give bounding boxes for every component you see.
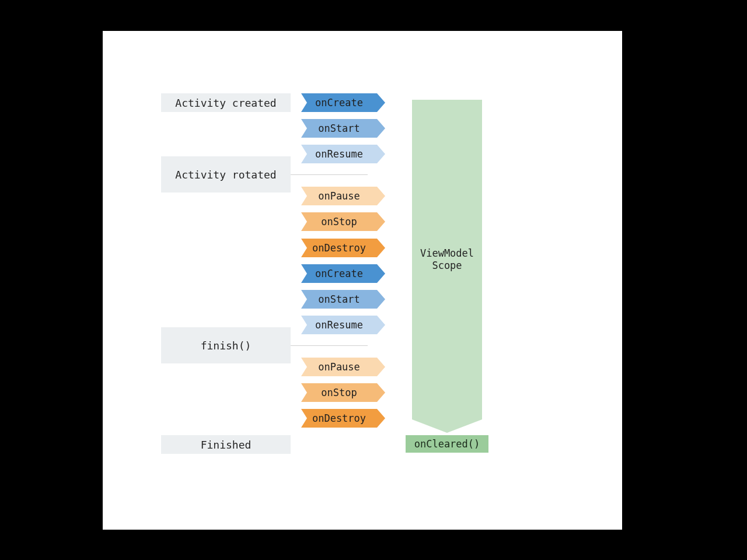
callback-onpause-2: onPause <box>301 358 385 376</box>
diagram-canvas: Activity created Activity rotated finish… <box>103 31 622 530</box>
callback-label: onDestroy <box>301 239 377 257</box>
callback-label: onStop <box>301 212 377 231</box>
callback-label: onCreate <box>301 93 377 112</box>
callback-onresume-2: onResume <box>301 316 385 334</box>
rule-finish <box>291 345 368 346</box>
callback-label: onPause <box>301 358 377 376</box>
callback-oncreate-1: onCreate <box>301 93 385 112</box>
state-finished: Finished <box>161 435 291 454</box>
state-finish-call: finish() <box>161 327 291 363</box>
callback-onstop-1: onStop <box>301 212 385 231</box>
callback-onstop-2: onStop <box>301 383 385 402</box>
callback-label: onResume <box>301 145 377 163</box>
callback-ondestroy-2: onDestroy <box>301 409 385 428</box>
callback-label: onStart <box>301 119 377 138</box>
state-activity-rotated: Activity rotated <box>161 156 291 192</box>
callback-onresume-1: onResume <box>301 145 385 163</box>
viewmodel-scope-label-line2: Scope <box>432 260 462 272</box>
callback-onstart-2: onStart <box>301 290 385 309</box>
viewmodel-oncleared: onCleared() <box>406 435 488 453</box>
viewmodel-scope-label-line1: ViewModel <box>420 247 474 260</box>
callback-label: onCreate <box>301 264 377 283</box>
rule-rotated <box>291 174 368 175</box>
callback-ondestroy-1: onDestroy <box>301 239 385 257</box>
callback-label: onStart <box>301 290 377 309</box>
callback-onpause-1: onPause <box>301 187 385 205</box>
callback-oncreate-2: onCreate <box>301 264 385 283</box>
callback-label: onDestroy <box>301 409 377 428</box>
callback-onstart-1: onStart <box>301 119 385 138</box>
callback-label: onPause <box>301 187 377 205</box>
callback-label: onStop <box>301 383 377 402</box>
viewmodel-scope-arrowhead <box>412 419 482 433</box>
callback-label: onResume <box>301 316 377 334</box>
viewmodel-scope-bar: ViewModel Scope <box>412 100 482 419</box>
state-activity-created: Activity created <box>161 93 291 112</box>
